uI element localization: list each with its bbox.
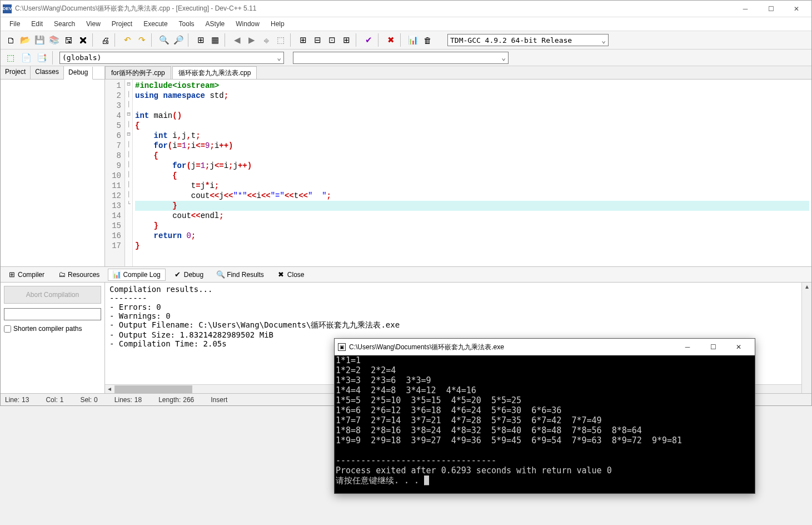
console-output[interactable]: 1*1=1 1*2=2 2*2=4 1*3=3 2*3=6 3*3=9 1*4=…	[335, 355, 755, 493]
back-icon[interactable]: ◀	[231, 33, 244, 47]
menu-execute[interactable]: Execute	[138, 18, 173, 29]
abort-compilation-button[interactable]: Abort Compilation	[4, 286, 101, 304]
forward-icon[interactable]: ▶	[245, 33, 258, 47]
maximize-button[interactable]: ☐	[758, 1, 784, 17]
rebuild-icon[interactable]: ⊟	[311, 33, 324, 47]
menu-search[interactable]: Search	[48, 18, 81, 29]
status-line-label: Line:	[5, 396, 19, 404]
profile-icon[interactable]: 📊	[406, 33, 420, 47]
status-lines-label: Lines:	[114, 396, 132, 404]
insert-icon[interactable]: 📄	[19, 51, 33, 65]
menu-window[interactable]: Window	[230, 18, 265, 29]
compile-controls: Abort Compilation Shorten compiler paths	[1, 283, 105, 393]
new-file-icon[interactable]: 🗋	[4, 33, 17, 47]
console-window[interactable]: ▣ C:\Users\Wang\Documents\循环嵌套九九乘法表.exe …	[334, 338, 755, 494]
bottom-tab-compiler[interactable]: ⊞Compiler	[3, 269, 49, 281]
open-icon[interactable]: 📂	[18, 33, 32, 47]
code-editor[interactable]: 1234567891011121314151617 ⊟││⊟│⊟││││││└ …	[105, 80, 811, 266]
code-body[interactable]: #include<iostream>using namespace std;in…	[133, 80, 811, 266]
left-panel-tabs: ProjectClassesDebug	[1, 66, 104, 80]
menu-file[interactable]: File	[4, 18, 26, 29]
shorten-paths-checkbox[interactable]: Shorten compiler paths	[4, 325, 101, 333]
left-panel: ProjectClassesDebug	[1, 66, 105, 266]
app-icon: DEV	[3, 4, 12, 13]
left-panel-body[interactable]	[1, 80, 104, 266]
console-minimize-button[interactable]: ─	[675, 339, 700, 355]
find-icon[interactable]: 🔍	[157, 33, 171, 47]
status-length-label: Length:	[158, 396, 181, 404]
console-maximize-button[interactable]: ☐	[700, 339, 726, 355]
close-file-icon[interactable]: 🗙	[76, 33, 89, 47]
status-sel-value: 0	[94, 396, 98, 404]
bottom-tab-icon: ✖	[277, 271, 285, 279]
redo-icon[interactable]: ↷	[135, 33, 148, 47]
bottom-tab-resources[interactable]: 🗂Resources	[53, 269, 104, 281]
compile-filter-input[interactable]	[4, 308, 101, 320]
replace-icon[interactable]: 🔎	[172, 33, 185, 47]
bottom-tab-icon: 📊	[113, 271, 121, 279]
minimize-button[interactable]: ─	[733, 1, 758, 17]
compile-run-icon[interactable]: ⊞	[296, 33, 310, 47]
print-icon[interactable]: 🖨	[98, 33, 112, 47]
console-titlebar[interactable]: ▣ C:\Users\Wang\Documents\循环嵌套九九乘法表.exe …	[335, 339, 755, 355]
shorten-paths-label: Shorten compiler paths	[13, 325, 82, 333]
compiler-select[interactable]: TDM-GCC 4.9.2 64-bit Release⌄	[447, 34, 609, 46]
main-split: ProjectClassesDebug for循环的例子.cpp循环嵌套九九乘法…	[1, 66, 811, 266]
shorten-paths-check-input[interactable]	[4, 325, 11, 333]
rebuild2-icon[interactable]: ⊞	[340, 33, 353, 47]
bottom-tab-compile-log[interactable]: 📊Compile Log	[108, 269, 165, 281]
left-tab-classes[interactable]: Classes	[31, 66, 64, 79]
goto-icon[interactable]: ⎆	[260, 33, 273, 47]
file-tab-1[interactable]: 循环嵌套九九乘法表.cpp	[172, 66, 257, 79]
compile-icon[interactable]: ⊞	[194, 33, 207, 47]
line-number-gutter[interactable]: 1234567891011121314151617	[105, 80, 125, 266]
close-button[interactable]: ✕	[784, 1, 809, 17]
globals-select[interactable]: (globals)⌄	[59, 52, 284, 64]
globals-value: (globals)	[62, 53, 101, 62]
file-tabs: for循环的例子.cpp循环嵌套九九乘法表.cpp	[105, 66, 811, 80]
bottom-tab-icon: ⊞	[8, 271, 16, 279]
file-tab-0[interactable]: for循环的例子.cpp	[105, 66, 171, 79]
members-select[interactable]: ⌄	[293, 52, 509, 64]
bottom-tab-label: Resources	[68, 271, 99, 279]
undo-icon[interactable]: ↶	[121, 33, 134, 47]
bottom-tab-close[interactable]: ✖Close	[272, 269, 310, 281]
console-close-button[interactable]: ✕	[726, 339, 751, 355]
run-icon[interactable]: ▦	[208, 33, 222, 47]
menu-project[interactable]: Project	[106, 18, 138, 29]
menu-help[interactable]: Help	[265, 18, 290, 29]
bottom-tab-debug[interactable]: ✔Debug	[169, 269, 208, 281]
console-icon: ▣	[338, 343, 346, 351]
bottom-tab-label: Find Results	[227, 271, 264, 279]
stop-icon[interactable]: ⬚	[274, 33, 287, 47]
editor-area: for循环的例子.cpp循环嵌套九九乘法表.cpp 12345678910111…	[105, 66, 811, 266]
bottom-tab-label: Compiler	[18, 271, 44, 279]
status-col-label: Col:	[46, 396, 57, 404]
bottom-tab-find-results[interactable]: 🔍Find Results	[212, 269, 269, 281]
log-scroll-thumb[interactable]	[114, 385, 192, 393]
save-icon[interactable]: 💾	[33, 33, 46, 47]
status-line-value: 13	[22, 396, 29, 404]
left-tab-project[interactable]: Project	[1, 66, 31, 79]
bottom-tab-icon: 🗂	[58, 271, 66, 279]
console-title-text: C:\Users\Wang\Documents\循环嵌套九九乘法表.exe	[349, 343, 675, 352]
toolbar-secondary: ⬚ 📄 📑 (globals)⌄ ⌄	[1, 49, 811, 66]
delete-profile-icon[interactable]: 🗑	[421, 33, 434, 47]
bottom-tab-label: Close	[287, 271, 305, 279]
log-vertical-scrollbar[interactable]: ▴	[801, 283, 811, 393]
compile2-icon[interactable]: ⊡	[325, 33, 338, 47]
debug-x-icon[interactable]: ✖	[384, 33, 397, 47]
debug-check-icon[interactable]: ✔	[362, 33, 375, 47]
bookmark-icon[interactable]: 📑	[35, 51, 48, 65]
titlebar[interactable]: DEV C:\Users\Wang\Documents\循环嵌套九九乘法表.cp…	[1, 1, 811, 17]
menu-edit[interactable]: Edit	[26, 18, 48, 29]
new-project-icon[interactable]: ⬚	[4, 51, 17, 65]
bottom-tabs: ⊞Compiler🗂Resources📊Compile Log✔Debug🔍Fi…	[1, 266, 811, 282]
menu-view[interactable]: View	[81, 18, 106, 29]
save-as-icon[interactable]: 🖫	[62, 33, 75, 47]
fold-column[interactable]: ⊟││⊟│⊟││││││└	[125, 80, 133, 266]
left-tab-debug[interactable]: Debug	[64, 67, 93, 80]
menu-tools[interactable]: Tools	[173, 18, 200, 29]
save-all-icon[interactable]: 📚	[47, 33, 61, 47]
menu-astyle[interactable]: AStyle	[200, 18, 231, 29]
